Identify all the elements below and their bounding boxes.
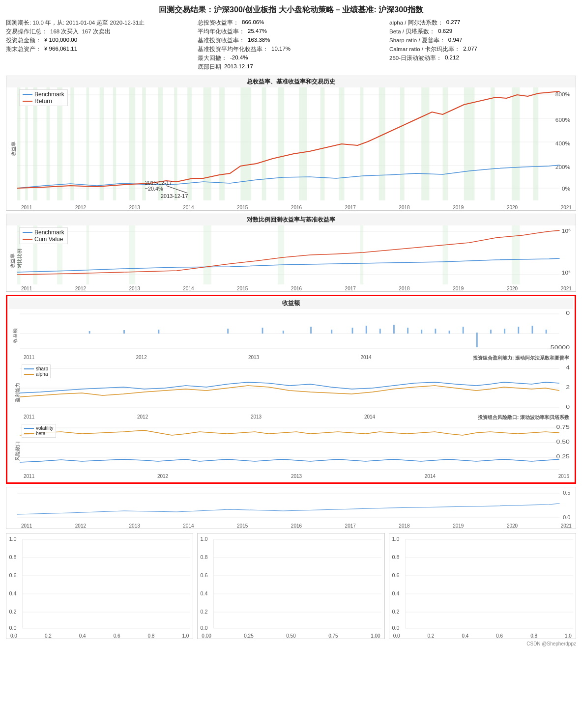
chart1-x-2011: 2011 bbox=[21, 205, 32, 210]
chart6-x-2021: 2021 bbox=[561, 523, 572, 529]
chart4-x-2011: 2011 bbox=[24, 414, 34, 421]
chart6-x-2018: 2018 bbox=[399, 523, 409, 529]
svg-rect-34 bbox=[379, 87, 385, 200]
stats-right: alpha / 阿尔法系数： 0.277 Beta / 贝塔系数： 0.629 … bbox=[389, 19, 576, 71]
svg-text:0.4: 0.4 bbox=[392, 591, 399, 596]
stat-beta-label: Beta / 贝塔系数： bbox=[389, 28, 435, 35]
chart2-x-2011: 2011 bbox=[21, 286, 32, 291]
stat-calmar-label: Calmar ratio / 卡尔玛比率： bbox=[389, 46, 460, 53]
chart6-x-2014: 2014 bbox=[183, 523, 194, 529]
stat-totalreturn-label: 总投资收益率： bbox=[198, 19, 239, 27]
svg-rect-76 bbox=[393, 325, 395, 334]
chart2-x-2014: 2014 bbox=[183, 286, 194, 291]
chart4-x-2012: 2012 bbox=[137, 414, 148, 421]
legend-item-beta: beta bbox=[24, 431, 54, 436]
svg-text:0.5: 0.5 bbox=[563, 490, 570, 496]
svg-rect-17 bbox=[87, 87, 89, 200]
legend-label-cumvalue: Cum Value bbox=[34, 236, 63, 243]
stat-benchann-value: 10.17% bbox=[271, 46, 291, 53]
bc2-x-0: 0.00 bbox=[202, 633, 211, 639]
svg-text:0.2: 0.2 bbox=[9, 609, 16, 615]
bottom-chart2-xaxis: 0.00 0.25 0.50 0.75 1.00 bbox=[198, 633, 384, 639]
stat-bottom-value: 2013-12-17 bbox=[224, 63, 253, 71]
bc1-x-02: 0.2 bbox=[45, 633, 52, 639]
bc3-x-02: 0.2 bbox=[428, 633, 435, 639]
stat-row-totalreturn: 总投资收益率： 866.06% bbox=[198, 19, 384, 27]
svg-text:10⁶: 10⁶ bbox=[562, 228, 571, 234]
chart5-xaxis: 2011 2012 2013 2014 2015 bbox=[20, 474, 573, 479]
chart6-section: 0.5 0.0 2011 2012 2013 2014 2015 2016 20… bbox=[6, 487, 576, 529]
stat-row-maxdd: 最大回撤： -20.4% bbox=[198, 55, 384, 62]
stats-left: 回测期长: 10.0 年，从: 2011-01-04 起至 2020-12-31… bbox=[6, 19, 193, 71]
chart1-xaxis: 2011 2012 2013 2014 2015 2016 2017 2018 … bbox=[17, 205, 576, 210]
bc2-x-025: 0.25 bbox=[244, 633, 253, 639]
stat-benchreturn-label: 基准投资收益率： bbox=[198, 37, 245, 44]
svg-text:0.25: 0.25 bbox=[556, 454, 570, 459]
svg-rect-28 bbox=[262, 87, 266, 200]
bottom-chart3-svg: 1.0 0.8 0.6 0.4 0.2 0.0 bbox=[389, 533, 576, 632]
stat-final-label: 期末总资产： bbox=[6, 46, 41, 53]
chart3-box: 收益额 收益额 0 -50000 bbox=[9, 298, 573, 362]
stat-volatility-label: 250-日滚动波动率： bbox=[389, 55, 442, 62]
svg-text:0.0: 0.0 bbox=[9, 625, 16, 631]
svg-text:0.0: 0.0 bbox=[201, 625, 208, 631]
legend-label-sharp: sharp bbox=[36, 366, 48, 371]
chart6-x-2013: 2013 bbox=[129, 523, 140, 529]
svg-rect-72 bbox=[331, 330, 332, 334]
svg-text:-50000: -50000 bbox=[548, 345, 570, 350]
chart5-x-2013: 2013 bbox=[291, 474, 302, 479]
chart4-legend: sharp alpha bbox=[22, 364, 51, 378]
chart5-svg: 0.75 0.50 0.25 bbox=[20, 423, 573, 472]
svg-rect-35 bbox=[400, 87, 405, 200]
stat-row-benchreturn: 基准投资收益率： 163.38% bbox=[198, 37, 384, 44]
chart1-section: 总收益率、基准收益率和交易历史 收益率 Benchmark Return bbox=[6, 76, 576, 211]
svg-rect-69 bbox=[262, 328, 263, 334]
benchmark-line-icon bbox=[23, 94, 32, 95]
chart1-x-2013: 2013 bbox=[129, 205, 140, 210]
chart2-x-2012: 2012 bbox=[75, 286, 86, 291]
svg-rect-74 bbox=[366, 326, 367, 334]
chart1-x-2016: 2016 bbox=[291, 205, 302, 210]
stat-row-benchann: 基准投资平均年化收益率： 10.17% bbox=[198, 46, 384, 53]
chart1-ylabel: 收益率 bbox=[10, 141, 17, 156]
chart5-x-2011: 2011 bbox=[24, 474, 34, 479]
svg-text:10⁵: 10⁵ bbox=[562, 270, 570, 276]
stats-section: 回测期长: 10.0 年，从: 2011-01-04 起至 2020-12-31… bbox=[6, 19, 576, 71]
chart4-box: 盈利能力 sharp alpha 4 bbox=[9, 364, 573, 421]
stat-row-bottom: 底部日期 2013-12-17 bbox=[198, 63, 384, 71]
svg-rect-18 bbox=[100, 87, 104, 200]
bottom-chart1-xaxis: 0.0 0.2 0.4 0.6 0.8 1.0 bbox=[6, 633, 193, 639]
chart3-svg: 0 -50000 bbox=[20, 309, 573, 353]
svg-text:0.4: 0.4 bbox=[201, 591, 208, 596]
svg-text:0.2: 0.2 bbox=[201, 609, 208, 615]
chart6-x-2019: 2019 bbox=[453, 523, 464, 529]
chart6-svg: 0.5 0.0 bbox=[17, 487, 576, 522]
svg-text:600%: 600% bbox=[555, 117, 570, 123]
stat-benchreturn-value: 163.38% bbox=[248, 37, 270, 44]
stat-row-alpha: alpha / 阿尔法系数： 0.277 bbox=[389, 19, 576, 27]
svg-rect-83 bbox=[490, 330, 492, 334]
chart2-x-2019: 2019 bbox=[453, 286, 464, 291]
chart6-x-2011: 2011 bbox=[21, 523, 32, 529]
chart2-title: 对数比例回测收益率与基准收益率 bbox=[6, 214, 576, 225]
stat-volatility-value: 0.212 bbox=[445, 55, 459, 62]
bc2-x-05: 0.50 bbox=[286, 633, 295, 639]
svg-rect-56 bbox=[278, 225, 284, 284]
chart2-xaxis: 2011 2012 2013 2014 2015 2016 2017 2018 … bbox=[17, 286, 576, 291]
legend-label-beta: beta bbox=[36, 431, 45, 436]
stat-calmar-value: 2.077 bbox=[463, 46, 477, 53]
svg-text:2: 2 bbox=[566, 385, 570, 390]
chart6-x-2012: 2012 bbox=[75, 523, 86, 529]
svg-rect-54 bbox=[129, 225, 135, 284]
svg-rect-78 bbox=[421, 330, 422, 334]
stat-annreturn-label: 平均年化收益率： bbox=[198, 28, 245, 35]
svg-text:0.75: 0.75 bbox=[556, 424, 570, 430]
svg-text:0.6: 0.6 bbox=[201, 573, 208, 578]
chart4-xaxis: 2011 2012 2013 2014 投资组合风险敞口: 滚动波动率和贝塔系数 bbox=[20, 414, 573, 421]
chart6-x-2015: 2015 bbox=[237, 523, 248, 529]
chart1-x-2018: 2018 bbox=[399, 205, 409, 210]
svg-text:1.0: 1.0 bbox=[9, 536, 16, 542]
bc3-x-08: 0.8 bbox=[530, 633, 537, 639]
chart5-x-2012: 2012 bbox=[157, 474, 168, 479]
svg-rect-57 bbox=[360, 225, 363, 284]
